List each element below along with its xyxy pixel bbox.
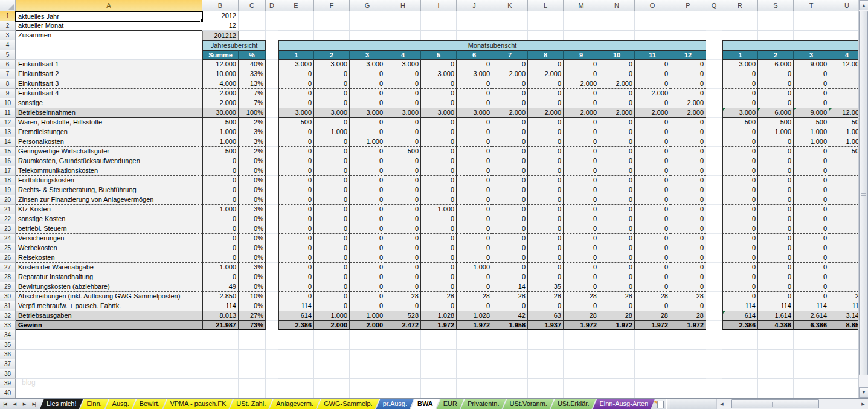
- cell-e3[interactable]: [278, 31, 314, 40]
- row-header-26[interactable]: 26: [0, 253, 16, 263]
- cell-a37[interactable]: [16, 359, 202, 369]
- cell-r13[interactable]: 0: [722, 127, 758, 137]
- cell-o27[interactable]: 0: [635, 263, 670, 272]
- column-header-k[interactable]: K: [492, 0, 528, 11]
- cell-b16[interactable]: 0: [202, 156, 239, 166]
- cell-a16[interactable]: Raumkosten, Grundstücksaufwendungen: [16, 156, 202, 166]
- cell-k22[interactable]: 0: [492, 214, 528, 224]
- cell-f9[interactable]: 0: [314, 89, 350, 98]
- cell-n13[interactable]: 0: [599, 127, 635, 137]
- cell-q5[interactable]: [706, 50, 722, 60]
- cell-c36[interactable]: [239, 350, 266, 359]
- cell-c22[interactable]: 0%: [239, 214, 266, 224]
- cell-h1[interactable]: [385, 11, 421, 21]
- cell-h29[interactable]: 0: [385, 282, 421, 292]
- cell-h7[interactable]: 0: [385, 69, 421, 79]
- row-header-15[interactable]: 15: [0, 147, 16, 156]
- cell-b10[interactable]: 2.000: [202, 98, 239, 108]
- cell-u28[interactable]: 0: [829, 272, 858, 282]
- cell-j27[interactable]: 1.000: [457, 263, 492, 272]
- row-header-39[interactable]: 39: [0, 379, 16, 388]
- cell-l39[interactable]: [528, 379, 564, 388]
- cell-a23[interactable]: betriebl. Steuern: [16, 224, 202, 234]
- cell-r1[interactable]: [722, 11, 758, 21]
- cell-f2[interactable]: [314, 21, 350, 31]
- cell-h24[interactable]: 0: [385, 234, 421, 243]
- cell-n18[interactable]: 0: [599, 176, 635, 185]
- cell-t10[interactable]: 0: [794, 98, 829, 108]
- cell-i7[interactable]: 3.000: [421, 69, 457, 79]
- cell-e24[interactable]: 0: [278, 234, 314, 243]
- cell-f18[interactable]: 0: [314, 176, 350, 185]
- column-header-r[interactable]: R: [722, 0, 758, 11]
- cell-e39[interactable]: [278, 379, 314, 388]
- cell-h21[interactable]: 0: [385, 205, 421, 214]
- cell-m25[interactable]: 0: [564, 243, 599, 253]
- cell-n24[interactable]: 0: [599, 234, 635, 243]
- cell-u17[interactable]: 0: [829, 166, 858, 176]
- cell-j18[interactable]: 0: [457, 176, 492, 185]
- row-header-8[interactable]: 8: [0, 79, 16, 89]
- cell-i13[interactable]: 0: [421, 127, 457, 137]
- cell-d9[interactable]: [266, 89, 278, 98]
- cell-u33[interactable]: 8.858: [829, 321, 858, 330]
- cell-e8[interactable]: 0: [278, 79, 314, 89]
- cell-i19[interactable]: 0: [421, 185, 457, 195]
- cell-f14[interactable]: 0: [314, 137, 350, 147]
- cell-p26[interactable]: 0: [670, 253, 706, 263]
- cell-i17[interactable]: 0: [421, 166, 457, 176]
- cell-c8[interactable]: 13%: [239, 79, 266, 89]
- cell-r20[interactable]: 0: [722, 195, 758, 205]
- cell-s11[interactable]: 6.000: [758, 108, 794, 118]
- insert-worksheet-icon[interactable]: [653, 399, 666, 409]
- cell-q11[interactable]: [706, 108, 722, 118]
- cell-d5[interactable]: [266, 50, 278, 60]
- cell-q15[interactable]: [706, 147, 722, 156]
- cell-b7[interactable]: 10.000: [202, 69, 239, 79]
- tab-split-handle[interactable]: [666, 399, 670, 409]
- cell-r10[interactable]: 0: [722, 98, 758, 108]
- cell-s9[interactable]: 0: [758, 89, 794, 98]
- cell-b26[interactable]: 0: [202, 253, 239, 263]
- cell-c1[interactable]: [239, 11, 266, 21]
- cell-r35[interactable]: [722, 340, 758, 350]
- month-col-header-8[interactable]: 8: [528, 50, 564, 60]
- cell-u23[interactable]: 0: [829, 224, 858, 234]
- cell-f30[interactable]: 0: [314, 292, 350, 301]
- cell-e36[interactable]: [278, 350, 314, 359]
- month-col-header-6[interactable]: 6: [457, 50, 492, 60]
- cell-u15[interactable]: 500: [829, 147, 858, 156]
- cell-a35[interactable]: [16, 340, 202, 350]
- cell-h40[interactable]: [385, 388, 421, 398]
- cell-c13[interactable]: 3%: [239, 127, 266, 137]
- cell-k15[interactable]: 0: [492, 147, 528, 156]
- cell-s13[interactable]: 1.000: [758, 127, 794, 137]
- cell-l7[interactable]: 2.000: [528, 69, 564, 79]
- cell-j7[interactable]: 3.000: [457, 69, 492, 79]
- cell-n30[interactable]: 28: [599, 292, 635, 301]
- vertical-scrollbar-thumb[interactable]: [859, 11, 868, 375]
- cell-n15[interactable]: 0: [599, 147, 635, 156]
- cell-u3[interactable]: [829, 31, 858, 40]
- cell-p6[interactable]: 0: [670, 60, 706, 69]
- cell-c12[interactable]: 2%: [239, 118, 266, 127]
- row-header-13[interactable]: 13: [0, 127, 16, 137]
- cell-d39[interactable]: [266, 379, 278, 388]
- cell-g19[interactable]: 0: [350, 185, 385, 195]
- cell-r17[interactable]: 0: [722, 166, 758, 176]
- cell-n10[interactable]: 0: [599, 98, 635, 108]
- column-header-m[interactable]: M: [564, 0, 599, 11]
- cell-t30[interactable]: 0: [794, 292, 829, 301]
- row-header-32[interactable]: 32: [0, 311, 16, 321]
- cell-d1[interactable]: [266, 11, 278, 21]
- cell-u25[interactable]: 0: [829, 243, 858, 253]
- cell-a12[interactable]: Waren, Rohstoffe, Hilfsstoffe: [16, 118, 202, 127]
- cell-t20[interactable]: 0: [794, 195, 829, 205]
- cell-g30[interactable]: 0: [350, 292, 385, 301]
- cell-s26[interactable]: 0: [758, 253, 794, 263]
- cell-f11[interactable]: 3.000: [314, 108, 350, 118]
- row-header-29[interactable]: 29: [0, 282, 16, 292]
- cell-o12[interactable]: 0: [635, 118, 670, 127]
- cell-c7[interactable]: 33%: [239, 69, 266, 79]
- cell-p29[interactable]: 0: [670, 282, 706, 292]
